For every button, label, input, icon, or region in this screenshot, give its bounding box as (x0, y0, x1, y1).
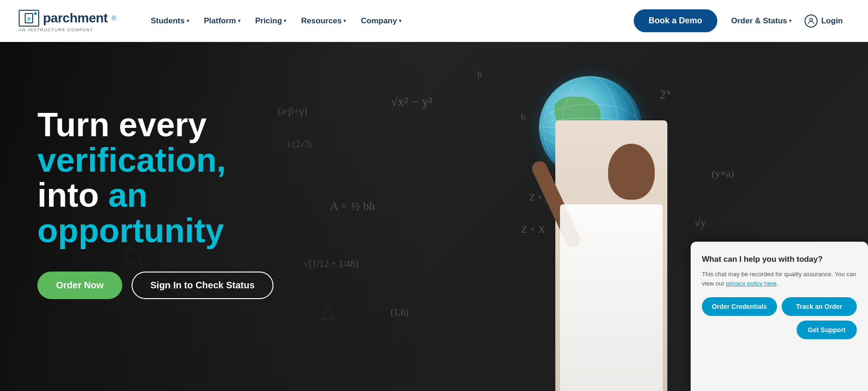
nav-platform[interactable]: Platform ▾ (197, 13, 247, 29)
chevron-down-icon: ▾ (399, 18, 401, 23)
chat-question: What can I help you with today? (702, 255, 857, 264)
person-shirt (560, 204, 663, 391)
hero-content: Turn every verification, into an opportu… (37, 107, 273, 299)
chevron-down-icon: ▾ (343, 18, 346, 23)
hero-title-line2: verification, (37, 141, 226, 179)
chat-privacy-link[interactable]: privacy policy here (726, 280, 777, 287)
chevron-down-icon: ▾ (789, 18, 791, 23)
book-demo-button[interactable]: Book a Demo (634, 9, 717, 32)
order-credentials-button[interactable]: Order Credentials (702, 297, 777, 316)
hero-title-line3: into an (37, 176, 147, 214)
chat-subtext: This chat may be recorded for quality as… (702, 270, 857, 288)
hero-buttons: Order Now Sign In to Check Status (37, 272, 273, 299)
track-order-button[interactable]: Track an Order (782, 297, 857, 316)
logo-box: p parchment ® (19, 10, 116, 27)
hero-title-line4: opportunity (37, 212, 224, 249)
chat-btn-row-2: Get Support (702, 321, 857, 339)
svg-point-0 (810, 18, 812, 21)
nav-pricing[interactable]: Pricing ▾ (249, 13, 293, 29)
order-status-nav[interactable]: Order & Status ▾ (725, 13, 798, 29)
nav: Students ▾ Platform ▾ Pricing ▾ Resource… (144, 13, 626, 29)
sign-in-check-status-button[interactable]: Sign In to Check Status (132, 272, 273, 299)
hero-title-line1: Turn every (37, 106, 207, 143)
chevron-down-icon: ▾ (187, 18, 189, 23)
chevron-down-icon: ▾ (238, 18, 240, 23)
order-now-button[interactable]: Order Now (37, 272, 122, 299)
chat-widget: What can I help you with today? This cha… (691, 242, 868, 391)
logo-dot (34, 12, 37, 15)
person-head (608, 144, 655, 200)
nav-company[interactable]: Company ▾ (354, 13, 407, 29)
nav-students[interactable]: Students ▾ (144, 13, 196, 29)
nav-resources[interactable]: Resources ▾ (294, 13, 352, 29)
chevron-down-icon: ▾ (284, 18, 286, 23)
chat-action-buttons: Order Credentials Track an Order Get Sup… (702, 297, 857, 339)
login-area[interactable]: Login (798, 11, 849, 31)
logo-trademark: ® (112, 14, 116, 22)
header: p parchment ® AN INSTRUCTURE COMPANY Stu… (0, 0, 868, 42)
logo-inner: p (25, 13, 33, 23)
chat-btn-row-1: Order Credentials Track an Order (702, 297, 857, 316)
logo-p-letter: p (28, 15, 31, 21)
logo-icon: p (19, 10, 39, 27)
get-support-button[interactable]: Get Support (797, 321, 857, 339)
logo-sub: AN INSTRUCTURE COMPANY (19, 28, 93, 32)
logo-text: parchment (43, 11, 108, 26)
logo-area: p parchment ® AN INSTRUCTURE COMPANY (19, 10, 116, 32)
hero-person-area (513, 50, 709, 391)
hero-section: √x² − y² b A = ½ bh (a·β+γ) 1/(2√3) Z + … (0, 42, 868, 391)
hero-title: Turn every verification, into an opportu… (37, 107, 273, 248)
user-icon (805, 14, 818, 28)
